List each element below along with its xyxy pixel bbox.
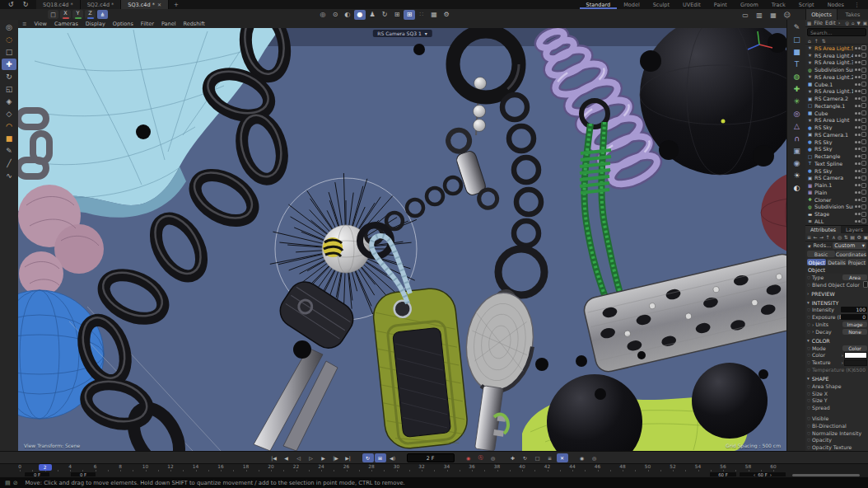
record-keyframe-button[interactable]: ◉ [463, 453, 474, 462]
visibility-toggles[interactable] [855, 139, 866, 144]
quantize-playback-button[interactable]: ⊞ [375, 453, 386, 462]
visibility-toggles[interactable] [855, 176, 866, 181]
prev-key-button[interactable]: ◀ [281, 453, 292, 462]
correction-deformer-icon[interactable]: △ [790, 120, 805, 132]
next-frame-button[interactable]: ▶ [318, 453, 329, 462]
axis-lock-x[interactable]: X [60, 10, 71, 19]
attr-row-area-shape[interactable]: ○Area Shape [805, 382, 868, 390]
spline-smooth-tool-icon[interactable]: ∿ [2, 170, 16, 181]
record-scale-button[interactable]: □ [532, 453, 544, 462]
timeline-ruler[interactable]: 0 F 0 F 60 F ‹ 60 F › 024681012141618202… [0, 463, 868, 477]
lock-icon[interactable]: ▤ [850, 234, 855, 240]
layout-tab-uvedit[interactable]: UVEdit [676, 0, 707, 9]
move-tool-icon[interactable]: ✚ [2, 59, 16, 70]
attr-row-mode[interactable]: ○ModeColor [805, 345, 868, 352]
visibility-toggles[interactable] [855, 68, 866, 73]
rotate-tool-icon[interactable]: ↻ [2, 71, 16, 82]
attr-row-texture[interactable]: ○Texture› [805, 359, 868, 366]
texture-field[interactable] [844, 359, 867, 366]
attr-row-size-y[interactable]: ○Size Y [805, 397, 868, 405]
menu-icon[interactable]: ≡ [807, 234, 811, 240]
workplane-tool-icon[interactable]: ⊙ [329, 10, 341, 20]
black-boulder-object[interactable] [640, 28, 786, 175]
filter-icon[interactable]: ▼ [857, 21, 861, 26]
symmetry-icon[interactable]: ✳ [790, 96, 805, 107]
render-view-icon[interactable]: ▭ [740, 10, 751, 20]
object-item[interactable]: ●RS Sky [805, 124, 868, 131]
attr-row-bi-directional[interactable]: ○Bi-Directional [805, 422, 868, 429]
dots-tool-icon[interactable]: ∷ [416, 10, 427, 20]
object-item[interactable]: □Rectangle.1 [805, 102, 868, 110]
layout-tab-standard[interactable]: Standard [580, 0, 618, 9]
viewport-menu-view[interactable]: View [34, 21, 46, 27]
attr-tab-coordinates[interactable]: Coordinates [836, 251, 866, 257]
viewport-menu-panel[interactable]: Panel [161, 21, 176, 27]
layout-overflow-icon[interactable]: ⋮ [851, 0, 863, 9]
record-position-button[interactable]: ✚ [507, 453, 519, 462]
visibility-toggles[interactable] [855, 218, 866, 223]
axis-modifier-icon[interactable]: ⋔ [97, 10, 108, 19]
autokey-button[interactable]: Ⓐ [475, 453, 487, 462]
object-item[interactable]: ▦Plain.1 [805, 181, 868, 189]
visibility-toggles[interactable] [855, 161, 866, 166]
solo-off-button[interactable]: ◉ [576, 453, 588, 462]
object-item[interactable]: ◍Subdivision Surface [805, 204, 868, 211]
next-key-button[interactable]: |▶ [330, 453, 342, 462]
up-icon[interactable]: ↑ [826, 234, 830, 240]
object-item[interactable]: □Rectangle [805, 152, 868, 160]
search-icon[interactable]: ◎ [838, 234, 842, 240]
attr-row-blend-object-color[interactable]: ○Blend Object Color [805, 281, 868, 289]
object-item[interactable]: ■Cube [805, 110, 868, 117]
object-search-input[interactable]: Search... [807, 28, 866, 36]
up-icon[interactable]: ↑ [814, 38, 819, 44]
object-item[interactable]: ▣RS Camera [805, 175, 868, 182]
camera-menu-icon[interactable]: ▾ [425, 30, 427, 36]
layout-tab-paint[interactable]: Paint [707, 0, 734, 9]
attr-tab-basic[interactable]: Basic [807, 251, 835, 257]
section-shape[interactable]: ▾SHAPE [805, 375, 868, 382]
arc-tool-icon[interactable]: ◠ [2, 120, 16, 132]
sound-button[interactable]: ◀) [387, 453, 399, 462]
object-item[interactable]: ☀RS Area Light.3 [805, 59, 868, 67]
attr-row-normalize-intensity[interactable]: ○Normalize Intensity [805, 429, 868, 437]
goto-end-button[interactable]: ▶| [343, 453, 354, 462]
visibility-toggles[interactable] [855, 154, 866, 159]
visibility-toggles[interactable] [855, 96, 866, 101]
scale-tool-icon[interactable]: ◱ [2, 83, 16, 95]
layout-tab-groom[interactable]: Groom [734, 0, 765, 9]
object-item[interactable]: ■Cube.1 [805, 81, 868, 88]
object-item[interactable]: ▣RS Camera.1 [805, 131, 868, 138]
visibility-toggles[interactable] [855, 147, 866, 152]
attr-tab-details[interactable]: Details [827, 259, 846, 265]
visibility-toggles[interactable] [855, 110, 866, 115]
playhead[interactable]: 2 [39, 464, 52, 471]
texture-mode-icon[interactable]: ◐ [342, 10, 353, 20]
subdivision-surface-icon[interactable]: ◍ [790, 71, 805, 82]
rectangle-spline-icon[interactable]: □ [790, 34, 805, 45]
rotation-settings-icon[interactable]: ↻ [379, 10, 390, 20]
visibility-toggles[interactable] [855, 197, 866, 202]
attr-row-opacity-texture[interactable]: ○Opacity Texture [805, 443, 868, 451]
spline-pen-tool-icon[interactable]: ✎ [790, 21, 805, 33]
record-rotation-button[interactable]: ↻ [520, 453, 531, 462]
layout-tab-script[interactable]: Script [792, 0, 821, 9]
viewport-menu-display[interactable]: Display [86, 21, 105, 27]
settings-icon[interactable]: ⚙ [856, 234, 861, 240]
scene-canvas[interactable] [18, 28, 786, 451]
viewport-camera-label[interactable]: RS Camera SQ3 1 ▾ [372, 30, 432, 37]
back-icon[interactable]: ← [814, 234, 818, 240]
render-settings-icon[interactable]: ▦ [768, 10, 779, 20]
document-tab[interactable]: SQ2.c4d * [81, 0, 122, 9]
pivot-tool-icon[interactable]: ◎ [317, 10, 329, 20]
pen-tool-icon[interactable]: ✎ [2, 145, 16, 157]
grid-snap-icon[interactable]: ⊞ [404, 10, 415, 20]
visibility-toggles[interactable] [855, 118, 866, 123]
attr-row-units[interactable]: ○›UnitsImage [805, 321, 868, 328]
layout-tab-track[interactable]: Track [765, 0, 792, 9]
goto-start-button[interactable]: |◀ [268, 453, 280, 462]
object-item[interactable]: ●RS Sky [805, 146, 868, 153]
object-item[interactable]: ☀RS Area Light.5 [805, 45, 868, 52]
viewport-menu-cameras[interactable]: Cameras [54, 21, 78, 27]
parent-icon[interactable]: ∧ [832, 234, 835, 240]
attr-row-exposure-ev-[interactable]: ○Exposure (EV)0 [805, 313, 868, 321]
